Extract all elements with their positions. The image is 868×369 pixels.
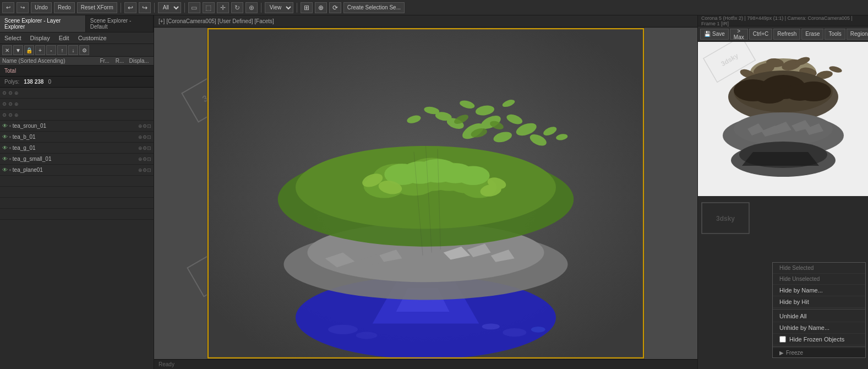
lock-btn[interactable]: 🔒 (24, 45, 34, 55)
angle-snap-btn[interactable]: ⟳ (329, 2, 341, 13)
menu-select[interactable]: Select (2, 34, 24, 42)
panel-menu: Select Display Edit Customize (0, 32, 154, 44)
fr-icon: ⊕ (138, 145, 143, 151)
visibility-icon: 👁 (2, 145, 8, 151)
col-name-header: Name (Sorted Ascending) (2, 58, 96, 64)
disp-icon: ⊡ (147, 156, 151, 162)
grid-btn[interactable]: ⊞ (301, 2, 313, 13)
add-layer-btn[interactable]: + (35, 45, 45, 55)
freeze-section[interactable]: ▶ Freeze (773, 348, 865, 357)
mode-dropdown[interactable]: All (158, 2, 181, 13)
macros-button[interactable]: Reset XForm (77, 2, 117, 13)
context-separator (773, 309, 865, 310)
left-panel: Scene Explorer - Layer Explorer Scene Ex… (0, 15, 154, 369)
create-selection-btn[interactable]: Create Selection Se... (343, 2, 405, 13)
visibility-icon: 👁 (2, 167, 8, 173)
hide-frozen-item[interactable]: Hide Frozen Objects (773, 334, 865, 345)
panel-tabs: Scene Explorer - Layer Explorer Scene Ex… (0, 15, 154, 32)
lower-watermark: 3dsky (701, 202, 750, 236)
tree-item-name: tea_g_01 (13, 145, 138, 151)
render-svg: 3dsky (698, 42, 868, 196)
hide-by-name-item[interactable]: Hide by Name... (773, 285, 865, 296)
tools-btn[interactable]: Tools (825, 29, 845, 40)
filter-btn[interactable]: ▼ (13, 45, 23, 55)
snap-btn[interactable]: ⊕ (315, 2, 327, 13)
poly-info: Total (0, 66, 154, 77)
tree-empty-3: ⚙ ⚙ ⊕ (0, 110, 154, 121)
disp-icon: ⊡ (147, 145, 151, 151)
unhide-by-name-label: Unhide by Name... (779, 324, 829, 331)
select-object-btn[interactable]: ▭ (188, 2, 200, 13)
dot-icon: ● (9, 134, 12, 139)
hide-selected-item[interactable]: Hide Selected (773, 263, 865, 274)
tree-item-tea-sroun[interactable]: 👁 ● tea_sroun_01 ⊕ ⚙ ⊡ (0, 121, 154, 132)
hide-frozen-label: Hide Frozen Objects (789, 336, 844, 343)
close-panel-btn[interactable]: ✕ (2, 45, 12, 55)
separator-4 (261, 3, 261, 13)
render-preview: 3dsky (698, 42, 868, 196)
menu-display[interactable]: Display (28, 34, 52, 42)
svg-point-9 (503, 328, 526, 337)
max-btn[interactable]: > Max (730, 29, 748, 40)
hide-by-hit-item[interactable]: Hide by Hit (773, 296, 865, 308)
viewport-header: [+] [CoronaCamera005] [User Defined] [Fa… (154, 15, 697, 28)
view-dropdown[interactable]: View (265, 2, 293, 13)
erase-btn[interactable]: Erase (801, 29, 823, 40)
tree-item-tea-g-small[interactable]: 👁 ● tea_g_small_01 ⊕ ⚙ ⊡ (0, 154, 154, 165)
fr-icon: ⊕ (138, 134, 143, 140)
tree-empty-6 (0, 198, 154, 209)
reset-xform-button[interactable]: Undo (31, 2, 52, 13)
move-btn[interactable]: ✛ (217, 2, 229, 13)
right-panel: Corona 5 (Hotfix 2) | 798×449px (1:1) | … (697, 15, 868, 369)
center-pivot-button[interactable]: Redo (54, 2, 75, 13)
unhide-all-item[interactable]: Unhide All (773, 311, 865, 322)
save-btn[interactable]: 💾 Save (700, 29, 729, 40)
select-region-btn[interactable]: ⬚ (203, 2, 215, 13)
svg-text:3dsky: 3dsky (716, 215, 735, 223)
rotate-btn[interactable]: ↻ (231, 2, 243, 13)
tab-layer-explorer[interactable]: Scene Explorer - Layer Explorer (0, 15, 86, 32)
refresh-btn[interactable]: Refresh (773, 29, 800, 40)
redo-button[interactable]: ↪ (17, 2, 29, 13)
move-up-btn[interactable]: ↑ (57, 45, 67, 55)
tree-item-tea-b[interactable]: 👁 ● tea_b_01 ⊕ ⚙ ⊡ (0, 132, 154, 143)
svg-point-10 (482, 324, 500, 330)
freeze-label: Freeze (786, 350, 803, 356)
center-panel: [+] [CoronaCamera005] [User Defined] [Fa… (154, 15, 697, 369)
tree-empty-5 (0, 187, 154, 198)
r-icon: ⚙ (143, 167, 147, 173)
menu-edit[interactable]: Edit (57, 34, 72, 42)
ctrlc-btn[interactable]: Ctrl+C (749, 29, 773, 40)
scale-btn[interactable]: ⊕ (245, 2, 258, 13)
fr-icon: ⊕ (138, 156, 143, 162)
hide-frozen-checkbox[interactable] (779, 336, 786, 343)
context-menu-container: 3dsky Hide Selected Hide Unselected Hide… (698, 196, 868, 369)
col-disp-header: Displa... (127, 58, 151, 64)
tree-item-tea-g[interactable]: 👁 ● tea_g_01 ⊕ ⚙ ⊡ (0, 143, 154, 154)
delete-layer-btn[interactable]: - (46, 45, 56, 55)
viewport-canvas[interactable]: 3dsky 3dsky (154, 28, 697, 359)
hide-unselected-item[interactable]: Hide Unselected (773, 274, 865, 285)
dot-icon: ● (9, 123, 12, 128)
total-label: Total (4, 68, 16, 74)
svg-point-77 (753, 86, 786, 104)
move-down-btn[interactable]: ↓ (68, 45, 78, 55)
fr-icon: ⊕ (138, 167, 143, 173)
region-btn[interactable]: Region (847, 29, 868, 40)
undo-icon-button[interactable]: ↩ (124, 2, 137, 13)
tab-default[interactable]: Scene Explorer - Default (86, 15, 154, 32)
unhide-by-name-item[interactable]: Unhide by Name... (773, 322, 865, 334)
menu-customize[interactable]: Customize (76, 34, 109, 42)
poly-extra: 0 (48, 79, 51, 85)
dot-icon: ● (9, 145, 12, 150)
r-icon: ⚙ (143, 145, 147, 151)
scene-tree[interactable]: ⚙ ⚙ ⊕ ⚙ ⚙ ⊕ ⚙ ⚙ ⊕ 👁 ● tea_sroun_01 ⊕ ⚙ ⊡ (0, 88, 154, 369)
settings-btn[interactable]: ⚙ (79, 45, 89, 55)
unhide-all-label: Unhide All (779, 313, 807, 319)
redo-icon-button[interactable]: ↪ (139, 2, 151, 13)
tree-empty-4 (0, 176, 154, 187)
disp-icon: ⊡ (147, 167, 151, 173)
disp-icon: ⊡ (147, 123, 151, 129)
undo-button[interactable]: ↩ (2, 2, 14, 13)
tree-item-tea-plane[interactable]: 👁 ● tea_plane01 ⊕ ⚙ ⊡ (0, 165, 154, 176)
